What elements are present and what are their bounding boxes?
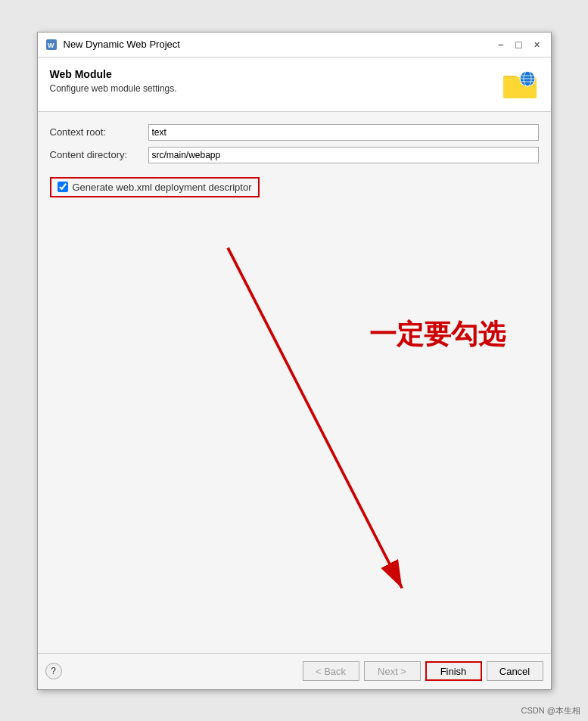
title-bar: W New Dynamic Web Project − □ × [38, 33, 551, 57]
minimize-button[interactable]: − [493, 37, 509, 52]
context-root-input[interactable] [148, 124, 539, 141]
header-subtitle: Configure web module settings. [50, 83, 501, 94]
content-directory-input[interactable] [148, 147, 539, 163]
finish-button[interactable]: Finish [425, 661, 482, 681]
window-title: New Dynamic Web Project [64, 39, 180, 50]
svg-text:W: W [48, 42, 54, 49]
dialog-footer: ? < Back Next > Finish Cancel [38, 653, 551, 689]
dialog-header: Web Module Configure web module settings… [38, 57, 551, 112]
context-root-row: Context root: [50, 124, 539, 141]
header-text: Web Module Configure web module settings… [50, 68, 501, 94]
footer-buttons: < Back Next > Finish Cancel [303, 661, 543, 681]
content-directory-row: Content directory: [50, 147, 539, 163]
header-icon [501, 68, 539, 102]
watermark: CSDN @本生相 [521, 705, 580, 716]
close-button[interactable]: × [530, 37, 545, 52]
next-button[interactable]: Next > [364, 661, 421, 681]
title-bar-icon: W [44, 37, 59, 52]
context-root-label: Context root: [50, 126, 148, 138]
back-button[interactable]: < Back [303, 661, 359, 681]
dialog-window: W New Dynamic Web Project − □ × Web Modu… [37, 32, 552, 690]
generate-webxml-checkbox[interactable] [58, 182, 68, 192]
maximize-button[interactable]: □ [512, 37, 527, 52]
generate-webxml-label: Generate web.xml deployment descriptor [73, 182, 252, 193]
svg-line-11 [228, 247, 402, 588]
header-title: Web Module [50, 68, 501, 80]
content-directory-label: Content directory: [50, 149, 148, 160]
checkbox-container: Generate web.xml deployment descriptor [50, 177, 260, 197]
title-bar-controls: − □ × [493, 37, 545, 52]
annotation-text: 一定要勾选 [369, 316, 506, 353]
cancel-button[interactable]: Cancel [487, 661, 543, 681]
help-button[interactable]: ? [45, 663, 62, 679]
dialog-content: Context root: Content directory: Generat… [38, 112, 551, 653]
